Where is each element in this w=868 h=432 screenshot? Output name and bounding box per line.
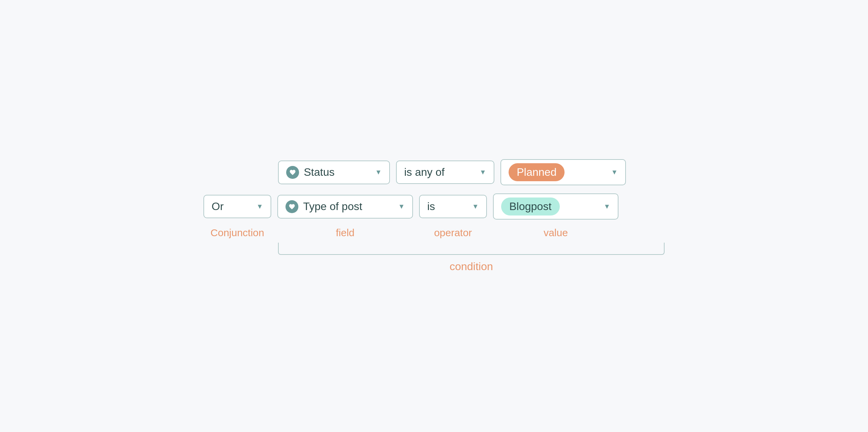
value-dropdown-1[interactable]: Planned ▼ <box>500 159 626 185</box>
condition-bracket <box>278 243 665 255</box>
label-condition: condition <box>450 260 493 273</box>
field-dropdown-1[interactable]: Status ▼ <box>278 161 390 184</box>
conjunction-chevron: ▼ <box>256 203 263 210</box>
value-chevron-2: ▼ <box>604 203 610 210</box>
heart-icon-2 <box>289 203 295 210</box>
field-chevron-1: ▼ <box>375 168 382 176</box>
type-field-icon <box>285 200 298 213</box>
label-field: field <box>277 227 413 239</box>
operator-chevron-2: ▼ <box>472 203 479 210</box>
operator-label-2: is <box>427 200 435 213</box>
operator-dropdown-2[interactable]: is ▼ <box>419 195 487 218</box>
heart-icon <box>289 169 296 176</box>
label-operator: operator <box>419 227 487 239</box>
value-chevron-1: ▼ <box>611 168 618 176</box>
condition-row-1: Status ▼ is any of ▼ Planned ▼ <box>278 159 626 185</box>
labels-row: Conjunction field operator value <box>203 227 618 239</box>
field-label-1: Status <box>304 166 335 179</box>
value-badge-1: Planned <box>509 163 565 181</box>
operator-dropdown-1[interactable]: is any of ▼ <box>396 161 494 184</box>
field-label-2: Type of post <box>303 200 362 213</box>
bracket-condition: condition <box>278 241 665 273</box>
operator-chevron-1: ▼ <box>479 168 486 176</box>
value-dropdown-2[interactable]: Blogpost ▼ <box>493 193 618 220</box>
filter-diagram: Status ▼ is any of ▼ Planned ▼ Or ▼ <box>203 159 665 273</box>
label-value: value <box>493 227 618 239</box>
conjunction-label: Or <box>212 200 224 213</box>
field-dropdown-2[interactable]: Type of post ▼ <box>277 195 413 219</box>
value-badge-2: Blogpost <box>501 198 560 215</box>
status-field-icon <box>286 166 299 179</box>
conjunction-dropdown[interactable]: Or ▼ <box>203 195 271 218</box>
operator-label-1: is any of <box>404 166 445 179</box>
label-conjunction: Conjunction <box>203 227 271 239</box>
field-chevron-2: ▼ <box>398 203 405 210</box>
condition-row-2: Or ▼ Type of post ▼ is ▼ Blogpost ▼ <box>203 193 618 220</box>
